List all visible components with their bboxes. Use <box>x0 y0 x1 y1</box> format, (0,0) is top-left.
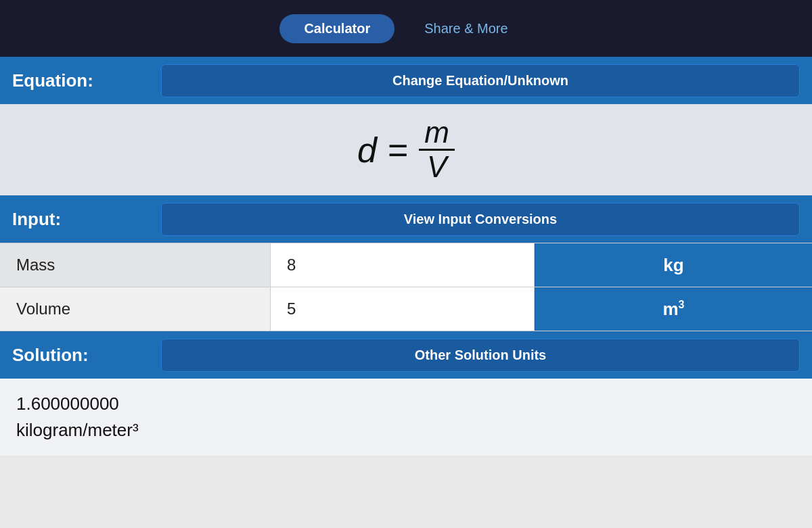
formula-equals: = <box>388 130 408 170</box>
mass-unit-button[interactable]: kg <box>535 243 812 287</box>
volume-label: Volume <box>0 287 271 331</box>
solution-label: Solution: <box>12 345 148 366</box>
formula-area: d = m V <box>0 104 812 195</box>
header: Calculator Share & More <box>0 0 812 57</box>
formula-denominator: V <box>422 151 452 182</box>
solution-line1: 1.600000000 <box>16 391 796 417</box>
solution-area: 1.600000000 kilogram/meter³ <box>0 379 812 456</box>
formula-fraction: m V <box>419 118 455 182</box>
formula-lhs: d <box>357 130 377 170</box>
solution-line2: kilogram/meter³ <box>16 417 796 443</box>
equation-bar: Equation: Change Equation/Unknown <box>0 57 812 104</box>
formula-numerator: m <box>419 118 455 151</box>
volume-unit-button[interactable]: m3 <box>535 287 812 331</box>
input-bar: Input: View Input Conversions <box>0 195 812 243</box>
table-row: Volume 5 m3 <box>0 287 812 331</box>
tab-calculator[interactable]: Calculator <box>279 14 394 43</box>
solution-value: 1.600000000 kilogram/meter³ <box>16 391 796 443</box>
table-row: Mass 8 kg <box>0 243 812 287</box>
equation-label: Equation: <box>12 70 148 91</box>
mass-label: Mass <box>0 243 271 287</box>
solution-bar: Solution: Other Solution Units <box>0 331 812 379</box>
view-input-conversions-button[interactable]: View Input Conversions <box>161 203 800 236</box>
other-solution-units-button[interactable]: Other Solution Units <box>161 339 800 372</box>
input-rows: Mass 8 kg Volume 5 m3 <box>0 243 812 331</box>
formula-display: d = m V <box>357 118 455 182</box>
input-label: Input: <box>12 209 148 230</box>
volume-value[interactable]: 5 <box>271 287 535 331</box>
mass-value[interactable]: 8 <box>271 243 535 287</box>
tab-share[interactable]: Share & More <box>400 14 532 43</box>
change-equation-button[interactable]: Change Equation/Unknown <box>161 64 800 97</box>
